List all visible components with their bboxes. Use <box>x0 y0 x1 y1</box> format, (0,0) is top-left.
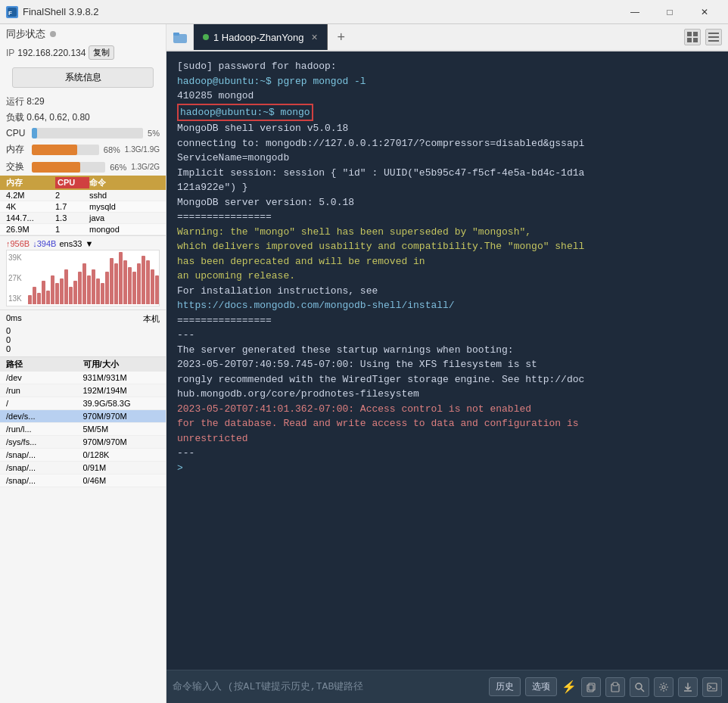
settings-button[interactable] <box>654 677 674 697</box>
sync-dot <box>50 31 56 37</box>
proc-cpu-3: 1 <box>55 225 89 234</box>
net-bar <box>146 260 150 304</box>
mem-detail: 1.3G/1.9G <box>125 145 160 154</box>
highlighted-command: hadoop@ubuntu:~$ mongo <box>177 104 313 122</box>
terminal-line: ================ <box>177 210 717 225</box>
app-icon: F <box>6 6 18 18</box>
svg-rect-7 <box>693 38 698 42</box>
terminal-line: MongoDB shell version v5.0.18 <box>177 121 717 136</box>
net-label-high: 39K <box>8 254 22 262</box>
terminal-line: hadoop@ubuntu:~$ mongo <box>177 104 717 122</box>
terminal-line: https://docs.mongodb.com/mongodb-shell/i… <box>177 298 717 313</box>
swap-row: 交换 66% 1.3G/2G <box>0 158 166 176</box>
proc-cmd-0: sshd <box>89 191 160 200</box>
net-bar <box>87 275 91 304</box>
disk-size-8: 0/46M <box>83 476 160 485</box>
disk-size-3: 970M/970M <box>83 412 160 421</box>
lat-val-1: 0 <box>6 335 11 344</box>
proc-col-cmd: 命令 <box>89 177 160 188</box>
history-button[interactable]: 历史 <box>489 677 521 696</box>
tab-right-controls <box>678 24 728 50</box>
minimize-button[interactable]: — <box>618 0 652 24</box>
net-bar <box>60 278 64 304</box>
terminal-line: rongly recommended with the WiredTiger s… <box>177 372 717 387</box>
disk-size-6: 0/128K <box>83 450 160 459</box>
net-bar <box>55 283 59 304</box>
proc-mem-3: 26.9M <box>6 225 55 234</box>
lat-val-0: 0 <box>6 326 11 335</box>
net-bar <box>105 272 109 304</box>
tab-label: 1 Hadoop-ZhanYong <box>213 32 304 43</box>
lat-val-2: 0 <box>6 344 11 353</box>
terminal-line: unrestricted <box>177 431 717 446</box>
terminal-output[interactable]: [sudo] password for hadoop:hadoop@ubuntu… <box>166 51 728 670</box>
proc-cmd-1: mysqld <box>89 202 160 211</box>
swap-percent: 66% <box>110 163 126 172</box>
options-button[interactable]: 选项 <box>525 677 557 696</box>
sysinfo-button[interactable]: 系统信息 <box>12 67 154 88</box>
command-input[interactable] <box>173 681 484 692</box>
cpu-progress-fill <box>32 128 37 138</box>
copy-ip-button[interactable]: 复制 <box>89 45 114 60</box>
terminal-line: an upcoming release. <box>177 269 717 284</box>
disk-path-6: /snap/... <box>6 450 83 459</box>
folder-button[interactable] <box>166 24 194 50</box>
close-button[interactable]: ✕ <box>687 0 722 24</box>
disk-path-0: /dev <box>6 373 83 382</box>
search-button[interactable] <box>630 677 649 697</box>
disk-size-2: 39.9G/58.3G <box>83 399 160 408</box>
net-chart: 39K 27K 13K <box>6 250 160 306</box>
net-bar <box>82 263 86 304</box>
disk-size-5: 970M/970M <box>83 437 160 446</box>
net-iface: ens33 <box>59 239 82 248</box>
net-arrow: ▼ <box>85 239 93 248</box>
disk-path-1: /run <box>6 386 83 395</box>
tab-add-button[interactable]: + <box>328 24 355 50</box>
net-upload: ↑956B <box>6 239 30 248</box>
cpu-percent: 5% <box>148 129 160 138</box>
sysinfo-section: 系统信息 <box>0 63 166 94</box>
swap-progress-fill <box>32 162 80 173</box>
terminal-button[interactable] <box>702 677 722 697</box>
cpu-row: CPU 5% <box>0 126 166 141</box>
proc-col-mem: 内存 <box>6 177 55 188</box>
list-view-button[interactable] <box>705 29 722 45</box>
paste-button[interactable] <box>605 677 625 697</box>
svg-line-16 <box>641 689 644 692</box>
terminal-line: has been deprecated and will be removed … <box>177 254 717 269</box>
disk-size-4: 5M/5M <box>83 425 160 434</box>
proc-row-0: 4.2M 2 sshd <box>0 190 166 201</box>
svg-rect-8 <box>708 33 719 34</box>
net-bar <box>151 269 154 304</box>
net-label-mid: 27K <box>8 274 22 282</box>
network-section: ↑956B ↓394B ens33 ▼ 39K 27K 13K <box>0 235 166 310</box>
proc-cmd-3: mongod <box>89 225 160 234</box>
net-bar <box>69 287 73 304</box>
mem-progress-bg <box>32 145 99 155</box>
tab-close-button[interactable]: × <box>312 31 318 43</box>
cpu-label: CPU <box>6 128 29 138</box>
copy-button[interactable] <box>581 677 601 697</box>
net-download: ↓394B <box>33 239 56 248</box>
disk-row-7: /snap/...0/91M <box>0 462 166 474</box>
lat-row-1: 0 <box>6 335 160 344</box>
terminal-line: For installation instructions, see <box>177 284 717 299</box>
terminal-line: hub.mongodb.org/core/prodnotes-filesyste… <box>177 387 717 402</box>
svg-point-15 <box>636 683 642 689</box>
latency-ms: 0ms <box>6 313 22 325</box>
right-panel: 1 Hadoop-ZhanYong × + [sudo] password fo… <box>166 24 728 703</box>
svg-point-17 <box>662 686 665 689</box>
terminal-line: MongoDB server version: 5.0.18 <box>177 195 717 210</box>
mem-percent: 68% <box>104 145 120 154</box>
disk-row-3: /dev/s...970M/970M <box>0 410 166 423</box>
grid-view-button[interactable] <box>684 29 701 45</box>
net-bar <box>28 295 32 304</box>
net-bar <box>101 283 104 304</box>
active-tab[interactable]: 1 Hadoop-ZhanYong × <box>194 24 328 50</box>
terminal-line: > <box>177 461 717 476</box>
net-bar <box>114 263 118 304</box>
terminal-line: 2023-05-20T07:41:01.362-07:00: Access co… <box>177 402 717 417</box>
terminal-line: for the database. Read and write access … <box>177 416 717 431</box>
maximize-button[interactable]: □ <box>652 0 687 24</box>
download-button[interactable] <box>678 677 698 697</box>
